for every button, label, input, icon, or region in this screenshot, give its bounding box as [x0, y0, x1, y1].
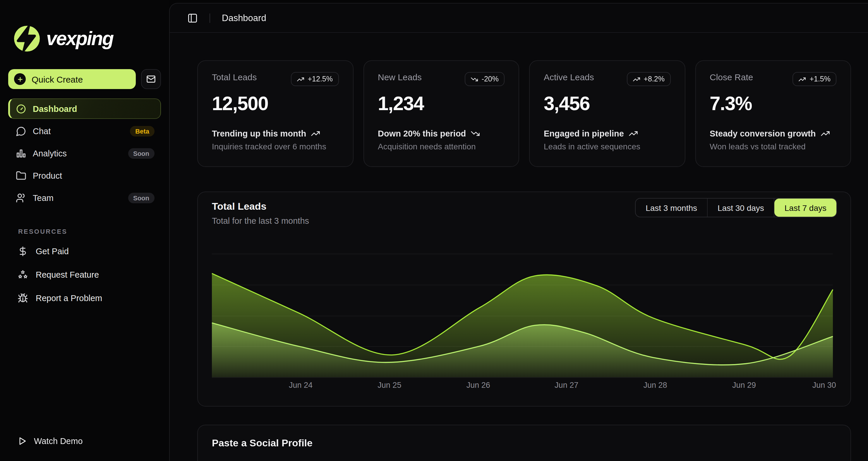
x-axis-tick: Jun 30	[812, 381, 836, 390]
resource-item-label: Report a Problem	[36, 293, 102, 303]
sidebar-item-label: Product	[33, 171, 62, 180]
header-divider	[210, 13, 210, 23]
trending-up-icon	[632, 75, 640, 83]
sidebar-item-label: Analytics	[33, 148, 67, 158]
soon-badge: Soon	[128, 148, 155, 159]
stat-card-active-leads: Active Leads +8.2% 3,456 Engaged in pipe…	[529, 60, 685, 167]
sidebar-item-get-paid[interactable]: Get Paid	[8, 239, 161, 263]
stat-change-badge: +1.5%	[793, 72, 836, 86]
stat-title: Active Leads	[544, 72, 594, 82]
social-profile-card: Paste a Social Profile	[197, 425, 851, 461]
trending-up-icon	[629, 129, 638, 138]
page-header: Dashboard	[170, 3, 868, 33]
total-leads-chart-card: Total Leads Total for the last 3 months …	[197, 192, 851, 406]
stat-title: Close Rate	[710, 72, 753, 82]
soon-badge: Soon	[128, 193, 155, 203]
stat-value: 1,234	[378, 92, 504, 115]
stat-value: 3,456	[544, 92, 671, 115]
message-circle-icon	[16, 126, 26, 136]
stat-card-total-leads: Total Leads +12.5% 12,500 Trending up th…	[197, 60, 353, 167]
folder-icon	[16, 170, 26, 181]
play-icon	[18, 436, 27, 446]
sidebar-toggle-button[interactable]	[185, 10, 200, 26]
quick-create-row: Quick Create	[8, 69, 161, 89]
stat-trend: Down 20% this period	[378, 129, 504, 138]
resource-item-label: Request Feature	[36, 270, 99, 280]
stat-change-badge: +8.2%	[626, 72, 671, 86]
stat-trend: Steady conversion growth	[710, 129, 836, 138]
stat-subtext: Won leads vs total tracked	[710, 142, 836, 151]
stat-change-badge: +12.5%	[291, 72, 339, 86]
chart-plot[interactable]	[212, 254, 833, 377]
trending-up-icon	[820, 129, 830, 138]
plus-circle-icon	[14, 73, 26, 85]
stat-change-badge: -20%	[465, 72, 504, 86]
x-axis-tick: Jun 27	[555, 381, 578, 390]
sidebar-item-label: Dashboard	[33, 104, 77, 113]
sidebar-item-request-feature[interactable]: Request Feature	[8, 263, 161, 286]
panel-left-icon	[187, 12, 198, 23]
x-axis-tick: Jun 26	[466, 381, 490, 390]
chart-x-axis: Jun 24Jun 25Jun 26Jun 27Jun 28Jun 29Jun …	[212, 377, 833, 393]
x-axis-tick: Jun 25	[377, 381, 401, 390]
stars-icon	[18, 269, 28, 280]
trending-up-icon	[297, 75, 304, 83]
dollar-sign-icon	[18, 246, 28, 257]
app-root: vexping Quick Create Dashboard Chat	[0, 0, 868, 461]
stat-card-grid: Total Leads +12.5% 12,500 Trending up th…	[197, 60, 851, 167]
bar-chart-icon	[16, 148, 26, 159]
sidebar-item-team[interactable]: Team Soon	[8, 188, 161, 208]
resources-section-title: RESOURCES	[18, 228, 161, 235]
lightning-bolt-icon	[14, 26, 40, 52]
stat-card-close-rate: Close Rate +1.5% 7.3% Steady conversion …	[695, 60, 851, 167]
range-last-30-days[interactable]: Last 30 days	[708, 199, 775, 217]
trending-up-icon	[798, 75, 806, 83]
stat-subtext: Leads in active sequences	[544, 142, 671, 151]
sidebar-item-analytics[interactable]: Analytics Soon	[8, 143, 161, 164]
trending-down-icon	[471, 129, 480, 138]
watch-demo-label: Watch Demo	[34, 436, 83, 446]
sidebar-item-dashboard[interactable]: Dashboard	[8, 98, 161, 119]
quick-create-label: Quick Create	[32, 74, 83, 84]
main-panel: Dashboard Total Leads +12.5% 12,500 Tren…	[169, 3, 868, 461]
brand-logo: vexping	[8, 0, 161, 56]
sidebar-item-report-problem[interactable]: Report a Problem	[8, 286, 161, 310]
sidebar: vexping Quick Create Dashboard Chat	[0, 0, 169, 461]
stat-subtext: Inquiries tracked over 6 months	[212, 142, 339, 151]
area-chart-svg	[212, 254, 833, 377]
sidebar-item-chat[interactable]: Chat Beta	[8, 121, 161, 141]
range-last-7-days[interactable]: Last 7 days	[775, 199, 836, 217]
sidebar-item-label: Chat	[33, 126, 51, 136]
stat-trend: Engaged in pipeline	[544, 129, 671, 138]
x-axis-tick: Jun 28	[644, 381, 667, 390]
resource-item-label: Get Paid	[36, 247, 69, 256]
bug-icon	[18, 293, 28, 304]
brand-name: vexping	[46, 28, 113, 50]
users-icon	[16, 193, 26, 203]
sidebar-nav: Dashboard Chat Beta Analytics Soon Produ…	[8, 98, 161, 208]
stat-trend: Trending up this month	[212, 129, 339, 138]
x-axis-tick: Jun 24	[289, 381, 313, 390]
mail-icon	[146, 75, 156, 84]
stat-title: Total Leads	[212, 72, 257, 82]
x-axis-tick: Jun 29	[732, 381, 756, 390]
quick-create-button[interactable]: Quick Create	[8, 69, 136, 89]
stat-card-new-leads: New Leads -20% 1,234 Down 20% this perio…	[363, 60, 519, 167]
sidebar-item-label: Team	[33, 193, 54, 202]
stat-title: New Leads	[378, 72, 422, 82]
beta-badge: Beta	[130, 126, 155, 136]
stat-value: 12,500	[212, 92, 339, 115]
watch-demo-button[interactable]: Watch Demo	[8, 429, 161, 453]
social-card-title: Paste a Social Profile	[212, 438, 836, 449]
gauge-icon	[16, 104, 26, 114]
page-title: Dashboard	[222, 12, 266, 23]
stat-subtext: Acquisition needs attention	[378, 142, 504, 151]
main-content: Total Leads +12.5% 12,500 Trending up th…	[170, 33, 868, 461]
trending-down-icon	[471, 75, 478, 83]
time-range-toggle: Last 3 months Last 30 days Last 7 days	[635, 198, 837, 217]
mail-button[interactable]	[141, 69, 161, 89]
trending-up-icon	[311, 129, 320, 138]
range-last-3-months[interactable]: Last 3 months	[636, 199, 708, 217]
sidebar-item-product[interactable]: Product	[8, 165, 161, 186]
chart-subtitle: Total for the last 3 months	[212, 216, 836, 226]
